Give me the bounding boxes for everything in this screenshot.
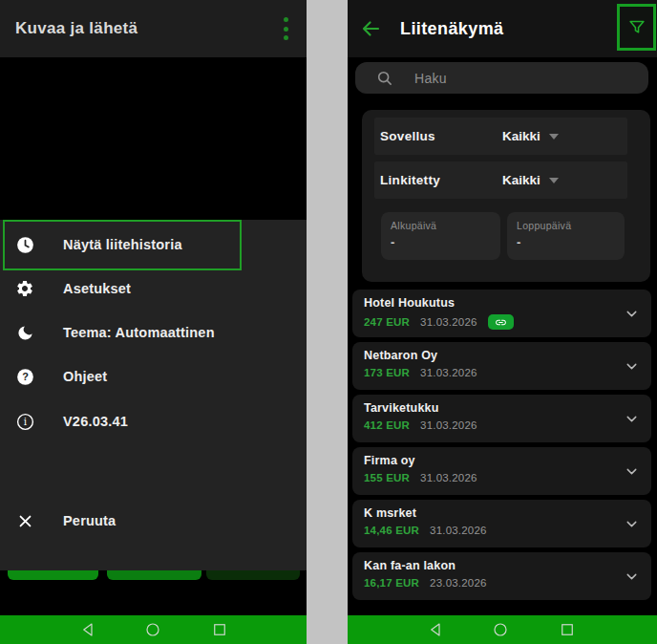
attachment-title: Tarviketukku: [364, 401, 439, 415]
link-icon: [495, 316, 507, 329]
filter-funnel-icon[interactable]: [617, 4, 656, 51]
attachment-amount: 155 EUR: [364, 472, 410, 483]
right-app-bar: Liitenäkymä: [348, 0, 657, 57]
filter-dropdown[interactable]: Kaikki: [502, 173, 559, 187]
attachment-amount: 247 EUR: [364, 316, 410, 328]
menu-item-label: Asetukset: [63, 281, 131, 296]
filter-row-sovellus[interactable]: Sovellus Kaikki: [374, 118, 627, 155]
android-navbar: [0, 615, 307, 644]
chevron-down-icon[interactable]: [624, 569, 640, 585]
nav-back-icon[interactable]: [428, 621, 445, 638]
nav-back-icon[interactable]: [80, 621, 97, 638]
android-navbar: [348, 615, 657, 644]
filter-dropdown[interactable]: Kaikki: [502, 129, 559, 143]
date-field-value: -: [517, 235, 615, 249]
attachment-date: 31.03.2026: [420, 419, 477, 431]
attachment-row[interactable]: K msrket 14,46 EUR 31.03.2026: [352, 500, 651, 547]
attachment-row[interactable]: Netbaron Oy 173 EUR 31.03.2026: [352, 342, 651, 390]
info-icon: i: [14, 411, 35, 432]
overflow-menu-sheet: Näytä liitehistoria Asetukset Teema: Aut…: [0, 220, 307, 570]
attachment-date: 31.03.2026: [430, 525, 487, 536]
camera-screen: Kuvaa ja lähetä Näytä liitehistoria Aset…: [0, 0, 307, 644]
attachment-title: K msrket: [364, 506, 416, 520]
search-icon: [376, 70, 393, 87]
chevron-down-icon[interactable]: [624, 516, 640, 532]
attachment-title: Kan fa-an lakon: [364, 559, 456, 572]
attachment-date: 31.03.2026: [420, 367, 477, 378]
close-icon: [14, 510, 35, 531]
date-field-value: -: [391, 235, 491, 249]
attachment-title: Netbaron Oy: [364, 349, 437, 362]
attachment-row[interactable]: Hotel Houkutus 247 EUR 31.03.2026: [352, 290, 651, 337]
linked-badge: [488, 314, 514, 330]
chevron-down-icon[interactable]: [624, 411, 640, 427]
svg-text:?: ?: [22, 371, 29, 382]
menu-item-ohjeet[interactable]: ? Ohjeet: [0, 354, 307, 398]
date-field-label: Alkupäivä: [391, 220, 491, 231]
menu-item-asetukset[interactable]: Asetukset: [0, 267, 307, 311]
attachment-date: 31.03.2026: [420, 316, 477, 328]
start-date-field[interactable]: Alkupäivä -: [381, 212, 500, 260]
back-arrow-icon[interactable]: [359, 17, 382, 40]
nav-home-icon[interactable]: [144, 621, 161, 638]
filter-row-linkitetty[interactable]: Linkitetty Kaikki: [374, 161, 627, 199]
page-title: Kuvaa ja lähetä: [15, 19, 138, 38]
help-icon: ?: [14, 366, 35, 387]
menu-item-cancel[interactable]: Peruuta: [0, 499, 307, 543]
filter-panel: Sovellus Kaikki Linkitetty Kaikki Alkupä…: [362, 110, 650, 282]
moon-icon: [14, 322, 35, 343]
chevron-down-icon: [549, 134, 559, 140]
attachment-amount: 14,46 EUR: [364, 525, 419, 536]
attachment-view-screen: Liitenäkymä Sovellus Kaikki Linkitetty K…: [348, 0, 657, 644]
clock-icon: [14, 234, 35, 255]
menu-item-label: V26.03.41: [63, 414, 128, 429]
date-field-label: Loppupäivä: [517, 220, 615, 231]
chevron-down-icon[interactable]: [624, 358, 640, 375]
attachment-date: 23.03.2026: [430, 577, 487, 589]
nav-home-icon[interactable]: [492, 621, 509, 638]
menu-item-version[interactable]: i V26.03.41: [0, 399, 307, 443]
attachment-row[interactable]: Kan fa-an lakon 16,17 EUR 23.03.2026: [352, 552, 651, 600]
attachment-date: 31.03.2026: [420, 472, 477, 483]
attachment-amount: 173 EUR: [364, 367, 410, 378]
search-input[interactable]: [414, 71, 637, 86]
filter-label: Linkitetty: [380, 173, 440, 187]
attachment-title: Firma oy: [364, 454, 415, 467]
chevron-down-icon: [549, 178, 559, 183]
camera-action-button-disabled[interactable]: [206, 570, 300, 580]
filter-label: Sovellus: [380, 129, 435, 143]
dual-screenshot: Kuvaa ja lähetä Näytä liitehistoria Aset…: [0, 0, 657, 644]
page-title: Liitenäkymä: [400, 19, 503, 39]
menu-item-label: Näytä liitehistoria: [63, 237, 182, 252]
attachment-title: Hotel Houkutus: [364, 296, 455, 310]
attachment-amount: 412 EUR: [364, 419, 410, 431]
nav-recents-icon[interactable]: [211, 621, 228, 638]
search-bar[interactable]: [355, 62, 648, 94]
attachment-row[interactable]: Tarviketukku 412 EUR 31.03.2026: [352, 395, 651, 442]
menu-item-teema[interactable]: Teema: Automaattinen: [0, 311, 307, 354]
svg-text:i: i: [23, 416, 27, 427]
attachment-row[interactable]: Firma oy 155 EUR 31.03.2026: [352, 447, 651, 495]
camera-action-button[interactable]: [8, 570, 98, 580]
chevron-down-icon[interactable]: [624, 463, 640, 480]
chevron-down-icon[interactable]: [624, 306, 640, 322]
attachment-list: Hotel Houkutus 247 EUR 31.03.2026 Netbar…: [352, 290, 651, 605]
menu-item-label: Ohjeet: [63, 369, 107, 384]
menu-item-label: Peruuta: [63, 513, 116, 528]
attachment-amount: 16,17 EUR: [364, 577, 419, 589]
left-app-bar: Kuvaa ja lähetä: [0, 0, 307, 57]
menu-item-liitehistoria[interactable]: Näytä liitehistoria: [0, 223, 307, 267]
nav-recents-icon[interactable]: [559, 621, 576, 638]
end-date-field[interactable]: Loppupäivä -: [507, 212, 625, 260]
gear-icon: [14, 278, 35, 299]
kebab-menu-icon[interactable]: [282, 17, 289, 40]
menu-item-label: Teema: Automaattinen: [63, 325, 215, 340]
camera-action-button[interactable]: [107, 570, 201, 580]
